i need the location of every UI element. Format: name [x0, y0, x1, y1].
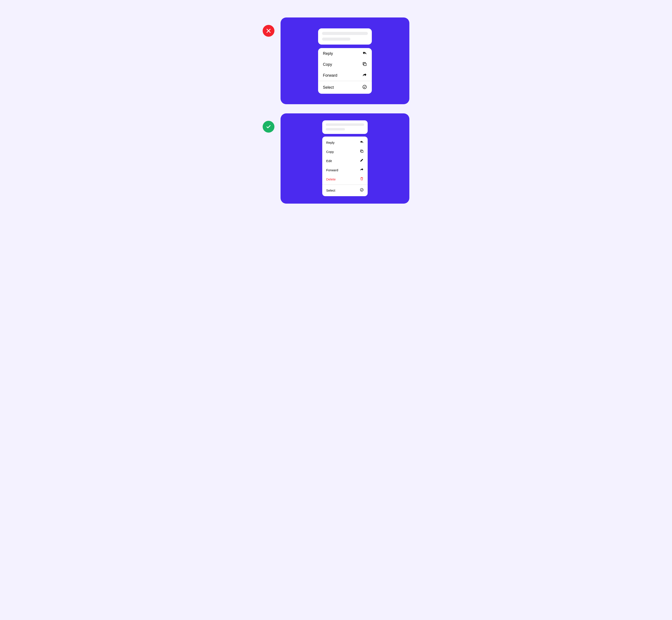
menu-item-select[interactable]: Select	[322, 185, 368, 196]
message-bubble	[318, 29, 372, 45]
dont-badge	[263, 25, 274, 37]
dont-panel: Reply Copy Forward Select	[281, 17, 409, 104]
menu-item-delete[interactable]: Delete	[322, 174, 368, 184]
skeleton-line	[322, 32, 368, 35]
dont-example-row: Reply Copy Forward Select	[263, 17, 409, 104]
copy-icon	[362, 62, 367, 67]
menu-item-select[interactable]: Select	[318, 81, 372, 94]
menu-item-forward[interactable]: Forward	[322, 165, 368, 174]
message-bubble	[322, 120, 368, 134]
edit-icon	[360, 158, 364, 163]
menu-item-reply[interactable]: Reply	[322, 137, 368, 147]
reply-icon	[360, 140, 364, 145]
do-example-row: Reply Copy Edit Forward	[263, 113, 409, 204]
menu-item-label: Select	[326, 189, 335, 192]
forward-icon	[362, 72, 367, 78]
svg-point-1	[363, 85, 367, 89]
menu-item-reply[interactable]: Reply	[318, 48, 372, 59]
menu-item-edit[interactable]: Edit	[322, 156, 368, 165]
menu-item-label: Reply	[326, 141, 334, 144]
forward-icon	[360, 167, 364, 172]
menu-item-label: Reply	[323, 51, 333, 56]
svg-point-3	[360, 188, 363, 191]
menu-item-forward[interactable]: Forward	[318, 70, 372, 81]
copy-icon	[360, 149, 364, 154]
menu-item-label: Edit	[326, 159, 332, 163]
x-icon	[266, 28, 271, 34]
do-badge	[263, 121, 274, 133]
menu-item-label: Delete	[326, 177, 336, 181]
skeleton-line	[326, 123, 364, 126]
check-circle-icon	[360, 188, 364, 193]
context-menu: Reply Copy Forward Select	[318, 48, 372, 94]
skeleton-line	[322, 38, 350, 41]
menu-item-label: Forward	[323, 73, 337, 78]
menu-item-copy[interactable]: Copy	[318, 59, 372, 70]
svg-rect-2	[361, 151, 363, 153]
menu-item-label: Copy	[323, 62, 332, 67]
trash-icon	[360, 177, 364, 182]
menu-item-label: Forward	[326, 168, 338, 172]
menu-item-copy[interactable]: Copy	[322, 147, 368, 156]
menu-item-label: Select	[323, 85, 334, 90]
check-icon	[266, 124, 271, 130]
do-panel: Reply Copy Edit Forward	[281, 113, 409, 204]
skeleton-line	[326, 128, 345, 131]
context-menu: Reply Copy Edit Forward	[322, 137, 368, 196]
svg-rect-0	[364, 63, 366, 65]
menu-item-label: Copy	[326, 150, 334, 154]
check-circle-icon	[362, 85, 367, 90]
reply-icon	[362, 51, 367, 56]
